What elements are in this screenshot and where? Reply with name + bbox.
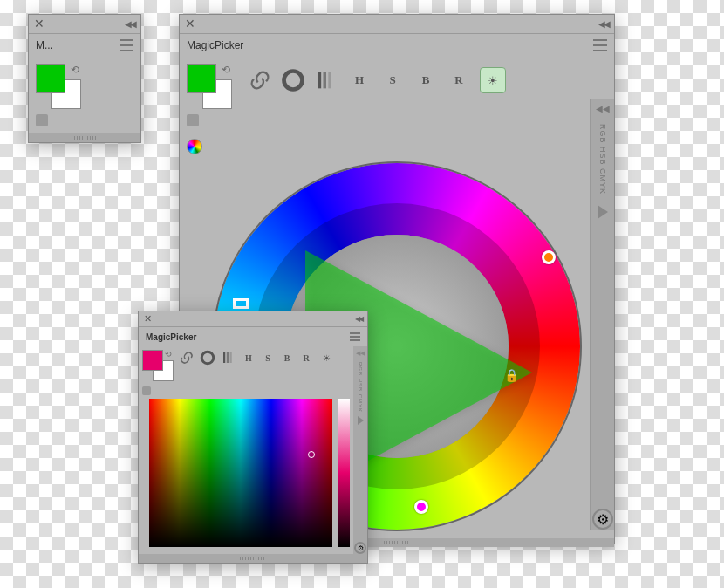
panel-small: ✕ ◀◀ MagicPicker ⟲ H S B R (138, 311, 368, 564)
titlebar[interactable]: ✕ ◀◀ (180, 15, 614, 34)
stripes-icon[interactable] (314, 68, 338, 92)
brightness-icon[interactable]: ☀ (480, 67, 506, 93)
panel-title: M... (36, 39, 53, 51)
mini-icon-row (142, 386, 174, 395)
titlebar[interactable]: ✕ ◀◀ (139, 311, 367, 327)
expand-icon[interactable]: ◀◀ (596, 104, 610, 113)
foreground-swatch[interactable] (142, 350, 163, 371)
swap-icon[interactable]: ⟲ (71, 64, 79, 76)
panel-mini: ✕ ◀◀ M... ⟲ (28, 14, 141, 143)
collapse-icon[interactable]: ◀◀ (598, 19, 609, 29)
link-icon[interactable] (248, 68, 272, 92)
foreground-swatch[interactable] (36, 64, 65, 93)
panel-title: MagicPicker (146, 332, 196, 342)
settings-icon[interactable]: ⚙ (354, 542, 366, 554)
settings-icon[interactable]: ⚙ (592, 509, 613, 530)
panel-body: ⟲ (29, 57, 140, 133)
svg-rect-6 (227, 352, 229, 363)
collapse-icon[interactable]: ◀◀ (355, 315, 362, 323)
svg-rect-3 (328, 72, 331, 89)
brightness-icon[interactable]: ☀ (318, 350, 334, 366)
tab-row: MagicPicker (139, 327, 367, 346)
stripes-icon[interactable] (221, 350, 236, 366)
color-mode-label[interactable]: RGB HSB CMYK (358, 362, 363, 413)
color-wheel-icon[interactable] (187, 139, 202, 154)
panel-footer (139, 554, 367, 563)
swatch-pair[interactable]: ⟲ (36, 64, 81, 109)
collapse-icon[interactable]: ◀◀ (125, 19, 135, 29)
side-strip: ◀◀ RGB HSB CMYK ⚙ (353, 346, 367, 554)
svg-rect-7 (230, 352, 232, 363)
hue-marker-orange[interactable] (542, 250, 556, 264)
swatch-pair[interactable]: ⟲ (142, 350, 174, 381)
mini-icon[interactable] (187, 114, 199, 126)
swap-icon[interactable]: ⟲ (222, 64, 230, 76)
mode-h-button[interactable]: H (347, 68, 372, 92)
spectrum-area (142, 395, 364, 554)
foreground-swatch[interactable] (187, 64, 216, 93)
close-icon[interactable]: ✕ (34, 18, 46, 31)
ring-icon[interactable] (281, 68, 305, 92)
tab-row: MagicPicker (180, 34, 614, 57)
color-mode-label[interactable]: RGB HSB CMYK (598, 124, 607, 195)
mode-b-button[interactable]: B (413, 68, 438, 92)
close-icon[interactable]: ✕ (144, 313, 156, 325)
panel-body: ⟲ H S B R ☀ ◀◀ RGB HSB CMYK ⚙ (139, 346, 367, 554)
svg-point-4 (201, 352, 214, 364)
swatch-pair[interactable]: ⟲ (187, 64, 232, 109)
toolbar: H S B R ☀ (179, 350, 334, 366)
hue-slider[interactable] (338, 399, 350, 547)
mini-icon[interactable] (36, 114, 48, 126)
panel-title: MagicPicker (187, 39, 243, 51)
mode-r-button[interactable]: R (299, 351, 313, 365)
menu-icon[interactable] (593, 39, 607, 51)
svg-rect-5 (223, 352, 225, 363)
play-icon[interactable] (598, 205, 608, 219)
mode-h-button[interactable]: H (242, 351, 256, 365)
hue-marker-magenta[interactable] (414, 500, 428, 514)
spectrum[interactable] (149, 399, 332, 547)
svg-rect-1 (318, 72, 322, 89)
tab-row: M... (29, 34, 140, 57)
spectrum-marker[interactable] (308, 451, 315, 458)
menu-icon[interactable] (350, 332, 360, 341)
side-strip: ◀◀ RGB HSB CMYK ⚙ (590, 99, 614, 530)
swap-icon[interactable]: ⟲ (165, 350, 172, 359)
play-icon[interactable] (358, 416, 364, 425)
titlebar[interactable]: ✕ ◀◀ (29, 15, 140, 34)
mode-s-button[interactable]: S (380, 68, 405, 92)
panel-footer (29, 133, 140, 142)
svg-point-0 (284, 72, 303, 90)
expand-icon[interactable]: ◀◀ (356, 350, 365, 357)
mode-s-button[interactable]: S (261, 351, 275, 365)
mini-icon-row (36, 114, 133, 126)
mode-r-button[interactable]: R (447, 68, 471, 92)
menu-icon[interactable] (120, 39, 133, 51)
hue-marker-green[interactable] (233, 298, 249, 309)
close-icon[interactable]: ✕ (185, 18, 197, 31)
mini-icon-row (187, 114, 232, 126)
mini-icon[interactable] (142, 386, 151, 395)
lock-icon[interactable]: 🔒 (504, 368, 519, 382)
mode-b-button[interactable]: B (280, 351, 294, 365)
toolbar: H S B R ☀ (241, 64, 607, 97)
link-icon[interactable] (179, 350, 195, 366)
ring-icon[interactable] (200, 350, 215, 366)
svg-rect-2 (324, 72, 327, 89)
